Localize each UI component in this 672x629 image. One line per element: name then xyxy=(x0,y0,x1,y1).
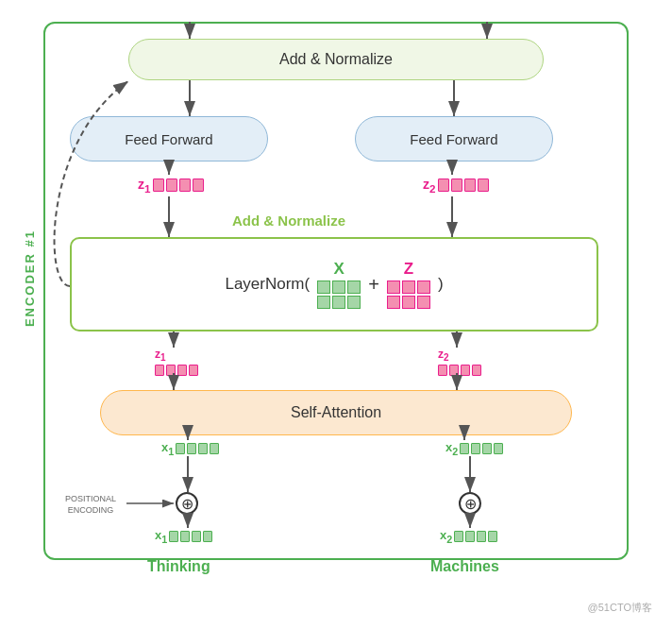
watermark: @51CTO博客 xyxy=(588,601,652,615)
add-normalize-label: Add & Normalize xyxy=(232,212,345,229)
z1-mid-group: z1 xyxy=(155,348,198,376)
positional-encoding-label: POSITIONALENCODING xyxy=(57,494,125,516)
x1-input-group: x1 xyxy=(161,440,219,457)
diagram: ENCODER #1 Add & Normalize Feed Forward … xyxy=(15,12,657,617)
feed-forward-right: Feed Forward xyxy=(355,116,553,162)
self-attention-box: Self-Attention xyxy=(100,390,572,435)
z1-top-group: z1 xyxy=(138,177,204,195)
z2-mid-group: z2 xyxy=(438,348,481,376)
x2-input-group: x2 xyxy=(445,440,503,457)
x1-bottom-group: x1 xyxy=(155,528,212,545)
z2-top-group: z2 xyxy=(423,177,489,195)
add-normalize-top: Add & Normalize xyxy=(128,39,544,80)
layernorm-box: LayerNorm( X + Z xyxy=(70,237,598,332)
x2-bottom-group: x2 xyxy=(440,528,497,545)
circle-plus-right: ⊕ xyxy=(459,492,481,515)
encoder-label: ENCODER #1 xyxy=(23,230,37,327)
circle-plus-left: ⊕ xyxy=(176,492,198,515)
feed-forward-left: Feed Forward xyxy=(70,116,268,162)
word-thinking: Thinking xyxy=(147,558,210,575)
word-machines: Machines xyxy=(430,558,499,575)
